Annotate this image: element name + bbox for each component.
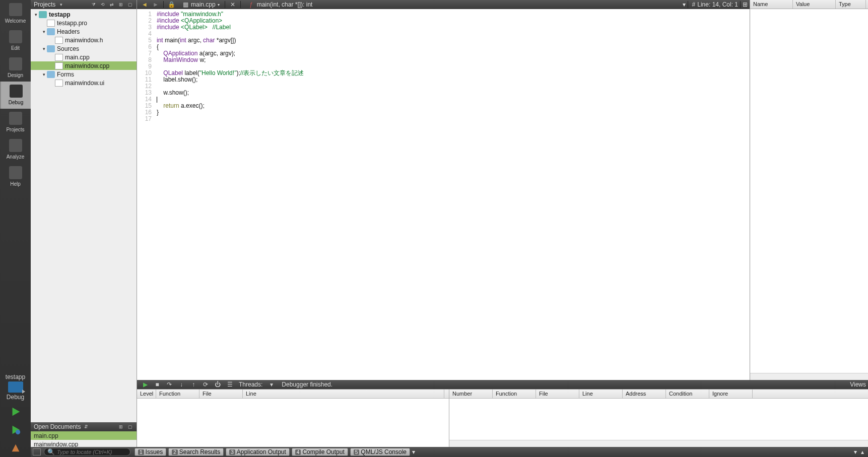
stack-col[interactable]: Line xyxy=(243,390,444,398)
expand-icon[interactable]: ▴ xyxy=(859,448,866,455)
code-line[interactable] xyxy=(157,96,750,103)
code-line[interactable]: #include <QApplication> xyxy=(157,18,750,24)
chevron-down-icon[interactable]: ▾ xyxy=(412,448,415,455)
stop-icon[interactable]: ■ xyxy=(153,381,162,388)
code-line[interactable]: label.show(); xyxy=(157,77,750,83)
code-line[interactable]: } xyxy=(157,109,750,116)
tree-row[interactable]: testapp.pro xyxy=(31,19,137,27)
mode-projects[interactable]: Projects xyxy=(0,109,31,136)
open-doc-item[interactable]: main.cpp xyxy=(31,431,137,440)
stack-header[interactable]: LevelFunctionFileLine xyxy=(137,390,449,399)
close-doc-icon[interactable]: ✕ xyxy=(228,1,237,8)
code-line[interactable] xyxy=(157,31,750,37)
locals-header[interactable]: NameValueType xyxy=(750,0,868,9)
tree-row[interactable]: mainwindow.ui xyxy=(31,79,137,87)
step-over-icon[interactable]: ↷ xyxy=(165,381,174,388)
code-line[interactable]: QApplication a(argc, argv); xyxy=(157,50,750,57)
split-editor-icon[interactable]: ⊞ xyxy=(743,1,748,8)
stack-col[interactable]: File xyxy=(199,390,243,398)
bp-col[interactable]: File xyxy=(536,390,579,398)
code-area[interactable]: #include "mainwindow.h"#include <QApplic… xyxy=(155,9,750,380)
tree-row[interactable]: mainwindow.cpp xyxy=(31,61,137,70)
code-line[interactable]: #include <QLabel> //Label xyxy=(157,24,750,31)
nav-fwd-icon[interactable]: ► xyxy=(151,1,160,8)
tree-row[interactable]: main.cpp xyxy=(31,53,137,61)
output-tab[interactable]: 4Compile Output xyxy=(292,448,348,456)
mode-design[interactable]: Design xyxy=(0,54,31,82)
output-tab[interactable]: 3Application Output xyxy=(226,448,290,456)
watch-col[interactable]: Name xyxy=(750,0,793,9)
line-number[interactable]: 5 xyxy=(137,37,152,44)
close-panel-icon[interactable]: ▢ xyxy=(126,2,133,8)
code-line[interactable]: int main(int argc, char *argv[]) xyxy=(157,37,750,44)
expand-icon[interactable]: ▾ xyxy=(41,72,47,77)
code-line[interactable]: w.show(); xyxy=(157,90,750,96)
tree-row[interactable]: ▾Headers xyxy=(31,27,137,36)
output-tab[interactable]: 2Search Results xyxy=(168,448,224,456)
mode-welcome[interactable]: Welcome xyxy=(0,0,31,27)
mode-debug[interactable]: Debug xyxy=(0,82,31,109)
expand-icon[interactable]: ▾ xyxy=(41,46,47,51)
code-line[interactable] xyxy=(157,83,750,90)
stack-col[interactable]: Function xyxy=(156,390,199,398)
chevron-down-icon[interactable]: ▾ xyxy=(683,1,686,8)
bp-col[interactable]: Function xyxy=(493,390,536,398)
output-tab[interactable]: 5QML/JS Console xyxy=(350,448,410,456)
watch-col[interactable]: Value xyxy=(793,0,836,9)
stack-col[interactable]: Level xyxy=(137,390,156,398)
bp-col[interactable]: Condition xyxy=(666,390,709,398)
restart-icon[interactable]: ⟳ xyxy=(201,381,210,388)
breakpoints-header[interactable]: NumberFunctionFileLineAddressConditionIg… xyxy=(449,390,868,399)
code-line[interactable]: MainWindow w; xyxy=(157,57,750,63)
expand-icon[interactable]: ▾ xyxy=(33,12,39,17)
tree-row[interactable]: ▾Forms xyxy=(31,70,137,79)
kit-selector[interactable]: testapp Debug xyxy=(0,371,31,403)
bp-col[interactable]: Address xyxy=(623,390,666,398)
h-scrollbar[interactable] xyxy=(449,440,868,447)
run-button[interactable] xyxy=(10,406,22,418)
debug-run-button[interactable] xyxy=(10,424,22,436)
code-line[interactable]: QLabel label("Hello World!");//表示したい文章を記… xyxy=(157,70,750,77)
continue-icon[interactable]: ▶ xyxy=(141,381,150,388)
symbol-selector[interactable]: ƒ main(int, char *[]): int xyxy=(243,1,316,8)
list-icon[interactable]: ☰ xyxy=(225,381,234,388)
nav-back-icon[interactable]: ◄ xyxy=(140,1,149,8)
code-line[interactable]: #include "mainwindow.h" xyxy=(157,11,750,18)
output-tab[interactable]: 1Issues xyxy=(135,448,166,456)
step-into-icon[interactable]: ↓ xyxy=(177,381,186,388)
dropdown-icon[interactable]: ⇵ xyxy=(83,424,90,430)
file-selector[interactable]: ▦ main.cpp ▾ xyxy=(177,1,223,8)
expand-icon[interactable]: ▾ xyxy=(41,29,47,34)
link-icon[interactable]: ⇄ xyxy=(108,2,115,8)
tree-row[interactable]: ▾Sources xyxy=(31,44,137,53)
step-out-icon[interactable]: ↑ xyxy=(189,381,198,388)
split-icon[interactable]: ⊞ xyxy=(117,2,124,8)
build-button[interactable] xyxy=(10,442,22,454)
close-panel-icon[interactable]: ▢ xyxy=(126,424,133,430)
tree-row[interactable]: mainwindow.h xyxy=(31,36,137,44)
watch-col[interactable]: Type xyxy=(836,0,866,9)
sync-icon[interactable]: ⟲ xyxy=(99,2,106,8)
h-scrollbar[interactable] xyxy=(750,373,868,380)
lock-icon[interactable]: 🔒 xyxy=(167,1,176,8)
mode-help[interactable]: Help xyxy=(0,163,31,190)
bp-col[interactable]: Ignore xyxy=(709,390,753,398)
locator-input[interactable] xyxy=(57,449,127,455)
code-line[interactable] xyxy=(157,116,750,122)
abort-icon[interactable]: ⏻ xyxy=(213,381,222,388)
code-editor[interactable]: 1234567891011121314151617 #include "main… xyxy=(137,9,750,380)
tree-row[interactable]: ▾testapp xyxy=(31,10,137,19)
views-label[interactable]: Views xyxy=(850,381,866,388)
filter-icon[interactable]: ⧩ xyxy=(90,2,97,8)
code-line[interactable]: { xyxy=(157,44,750,50)
locator[interactable]: 🔍 xyxy=(44,448,130,456)
collapse-icon[interactable]: ▾ xyxy=(852,448,859,455)
project-tree[interactable]: ▾testapptestapp.pro▾Headersmainwindow.h▾… xyxy=(31,9,137,422)
dropdown-icon[interactable]: ▾ xyxy=(57,2,64,8)
line-gutter[interactable]: 1234567891011121314151617 xyxy=(137,9,155,380)
thread-dropdown[interactable]: ▾ xyxy=(267,381,276,388)
mode-analyze[interactable]: Analyze xyxy=(0,136,31,163)
toggle-sidebar-icon[interactable] xyxy=(33,448,41,455)
bp-col[interactable]: Line xyxy=(579,390,623,398)
code-line[interactable]: return a.exec(); xyxy=(157,103,750,109)
